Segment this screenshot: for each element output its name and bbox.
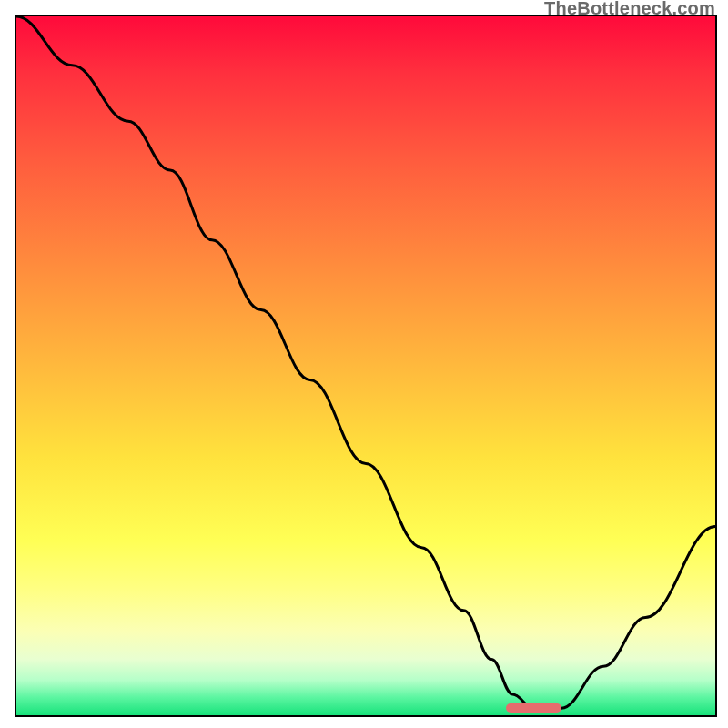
curve-layer (16, 16, 715, 715)
bottleneck-chart: TheBottleneck.com (0, 0, 728, 728)
plot-area (15, 15, 717, 717)
optimal-range-marker (506, 703, 561, 713)
bottleneck-curve-path (16, 16, 715, 708)
